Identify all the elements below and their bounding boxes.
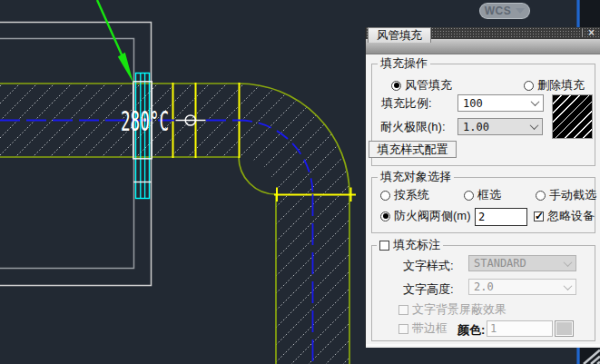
fill-scale-label: 填充比例: <box>381 96 432 110</box>
chevron-down-icon <box>531 97 540 106</box>
fire-rating-label: 耐火极限(h): <box>380 120 446 133</box>
checkbox-fill-annotation[interactable]: 填充标注 <box>377 239 443 251</box>
text-style-label: 文字样式: <box>403 259 454 272</box>
checkbox-icon <box>534 212 544 221</box>
radio-delete-fill-label: 删除填充 <box>537 77 585 93</box>
radio-by-system[interactable]: 按系统 <box>380 189 429 202</box>
color-index-input <box>487 320 553 337</box>
app-screen: 280°C WCS × 风管填充 填充操作 风管填充 <box>0 0 600 364</box>
radio-icon <box>464 191 474 201</box>
checkbox-ignore-equipment-label: 忽略设备 <box>547 208 595 224</box>
chevron-down-icon <box>530 121 539 130</box>
radio-duct-fill-label: 风管填充 <box>405 77 452 93</box>
radio-box-select-label: 框选 <box>477 187 501 203</box>
titlebar-separator <box>582 29 583 37</box>
text-style-combobox: STANDARD <box>468 255 576 271</box>
radio-icon <box>380 191 390 201</box>
chevron-down-icon <box>564 281 573 290</box>
checkbox-text-bg-mask: 文字背景屏蔽效果 <box>398 303 507 316</box>
checkbox-fill-annotation-label: 填充标注 <box>393 239 440 251</box>
radio-icon <box>391 81 401 91</box>
fill-scale-value: 100 <box>463 97 483 110</box>
tab-duct-fill[interactable]: 风管填充 <box>368 27 431 43</box>
radio-icon <box>536 191 546 201</box>
group-fill-operation-caption: 填充操作 <box>378 57 430 70</box>
text-height-value: 2.0 <box>474 280 494 293</box>
text-height-label: 文字高度: <box>403 282 454 296</box>
color-swatch-button <box>555 320 574 337</box>
text-style-value: STANDARD <box>474 257 526 270</box>
radio-icon <box>524 81 534 91</box>
radio-manual-pick-label: 手动截选 <box>549 187 596 203</box>
radio-manual-pick[interactable]: 手动截选 <box>536 189 596 202</box>
checkbox-icon <box>398 324 408 334</box>
close-icon[interactable]: × <box>584 27 599 39</box>
radio-damper-both-sides-label: 防火阀两侧(m) <box>394 208 471 224</box>
group-fill-target-caption: 填充对象选择 <box>378 171 454 183</box>
radio-by-system-label: 按系统 <box>394 187 429 203</box>
fire-rating-value: 1.00 <box>463 121 489 133</box>
radio-duct-fill[interactable]: 风管填充 <box>391 79 452 92</box>
temperature-annotation[interactable]: 280°C <box>121 104 169 137</box>
checkbox-with-border: 带边框 <box>398 322 448 335</box>
radio-icon <box>380 212 390 221</box>
duct-fill-dialog: × 风管填充 填充操作 风管填充 删除填充 填充比例: 100 耐火极限(h):… <box>365 27 600 348</box>
color-label: 颜色: <box>457 323 485 337</box>
fill-scale-combobox[interactable]: 100 <box>457 94 544 112</box>
checkbox-with-border-label: 带边框 <box>412 320 448 337</box>
checkbox-ignore-equipment[interactable]: 忽略设备 <box>534 210 595 222</box>
fill-style-config-button[interactable]: 填充样式配置 <box>369 141 457 158</box>
fill-style-config-label: 填充样式配置 <box>378 142 448 158</box>
checkbox-icon <box>398 305 408 315</box>
radio-box-select[interactable]: 框选 <box>464 189 501 202</box>
checkbox-text-bg-mask-label: 文字背景屏蔽效果 <box>412 301 507 318</box>
chevron-down-icon <box>564 258 573 267</box>
radio-delete-fill[interactable]: 删除填充 <box>524 79 585 92</box>
radio-damper-both-sides[interactable]: 防火阀两侧(m) <box>380 210 471 222</box>
text-height-combobox: 2.0 <box>468 279 576 295</box>
damper-distance-input[interactable] <box>475 208 527 226</box>
fire-rating-combobox[interactable]: 1.00 <box>457 118 543 135</box>
checkbox-icon <box>379 241 389 251</box>
wcs-dropdown[interactable]: WCS <box>479 3 530 19</box>
wcs-label: WCS <box>485 5 512 17</box>
chevron-down-icon <box>516 8 525 14</box>
hatch-preview-swatch[interactable] <box>552 94 593 139</box>
